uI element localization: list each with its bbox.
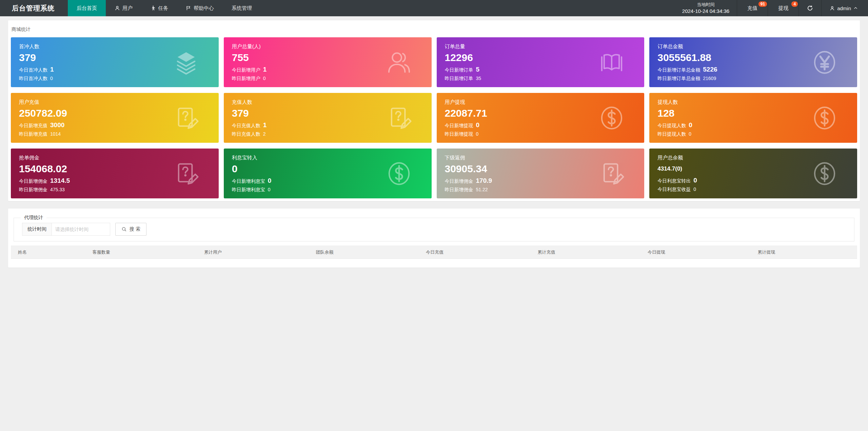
stat-yesterday-value: 21609 xyxy=(703,76,716,81)
user-menu[interactable]: admin xyxy=(822,0,868,16)
agent-stats-title: 代理统计 xyxy=(21,215,46,221)
table-empty-body xyxy=(11,259,857,265)
stat-today-label: 今日新增利息宝 xyxy=(232,178,265,184)
open-book-icon xyxy=(599,50,625,75)
stat-today-label: 今日利息宝转出 xyxy=(657,178,691,184)
stat-yesterday-value: 2 xyxy=(263,131,266,137)
flag-icon xyxy=(186,5,191,11)
stat-yesterday-label: 昨日新增用户 xyxy=(232,76,260,82)
app-brand: 后台管理系统 xyxy=(0,0,68,16)
table-column-header: 团队余额 xyxy=(309,246,419,259)
nav-item[interactable]: 用户 xyxy=(106,0,141,16)
stat-today-value: 1 xyxy=(50,66,54,73)
users-icon xyxy=(386,50,412,75)
stat-yesterday-label: 昨日提现人数 xyxy=(657,131,686,137)
table-column-header: 今日充值 xyxy=(419,246,530,259)
edit-document-icon xyxy=(599,161,625,187)
stat-card: 首冲人数 379 今日首冲人数 1 昨日首冲人数 0 xyxy=(11,37,219,87)
stat-today-label: 今日新增用户 xyxy=(232,67,260,73)
stat-card: 用户提现 22087.71 今日新增提现 0 昨日新增提现 0 xyxy=(437,93,645,143)
user-name: admin xyxy=(837,5,851,11)
stat-card: 充值人数 379 今日充值人数 1 昨日充值人数 2 xyxy=(224,93,432,143)
stat-yesterday-label: 昨日新增订单 xyxy=(445,76,473,82)
navbar-spacer xyxy=(261,0,675,16)
stat-yesterday-label: 昨日新增佣金 xyxy=(19,187,47,193)
stat-card-title: 利息宝转入 xyxy=(232,155,432,161)
nav-item[interactable]: 后台首页 xyxy=(68,0,106,16)
stat-yesterday-label: 昨日新增充值 xyxy=(19,131,47,137)
local-time-label: 当地时间 xyxy=(697,2,714,8)
dollar-circle-icon xyxy=(386,161,412,187)
stat-today-label: 今日新增佣金 xyxy=(19,178,47,184)
top-navbar: 后台管理系统 后台首页 用户 任务 帮助中心 系统管理 当地时间 2024-10… xyxy=(0,0,868,16)
stat-yesterday-label: 昨日新增订单总金额 xyxy=(657,76,700,82)
dollar-circle-icon xyxy=(812,105,837,131)
local-time-value: 2024-10-24 04:34:36 xyxy=(682,8,729,15)
edit-document-icon xyxy=(386,105,412,131)
stat-card-title: 订单总量 xyxy=(445,43,645,50)
stat-yesterday-label: 昨日充值人数 xyxy=(232,131,260,137)
search-button[interactable]: 搜 索 xyxy=(115,223,146,236)
stat-today-value: 5 xyxy=(476,66,480,73)
stat-yesterday-value: 475.33 xyxy=(50,187,65,192)
stat-today-label: 今日新增提现 xyxy=(445,123,473,129)
table-column-header: 姓名 xyxy=(11,246,85,259)
stat-card: 抢单佣金 154068.02 今日新增佣金 1314.5 昨日新增佣金 475.… xyxy=(11,149,219,198)
navbar-right: 当地时间 2024-10-24 04:34:36 充值 91 提现 4 admi xyxy=(675,0,868,16)
nav-item[interactable]: 任务 xyxy=(141,0,177,16)
table-column-header: 累计提现 xyxy=(750,246,857,259)
nav-item[interactable]: 帮助中心 xyxy=(177,0,223,16)
stat-today-label: 今日新增订单 xyxy=(445,67,473,73)
recharge-label: 充值 xyxy=(747,5,757,12)
stat-today-label: 今日新增佣金 xyxy=(445,178,473,184)
table-column-header: 累计充值 xyxy=(531,246,640,259)
mall-stats-title: 商城统计 xyxy=(11,23,857,37)
stat-card: 用户总余额 4314.7(0) 今日利息宝转出 0 今日利息宝收益 0 xyxy=(649,149,857,198)
agent-stats-panel: 代理统计 统计时间 搜 索 姓名客服数量累计用户团队余额今日充值累计充值今日提现… xyxy=(8,209,860,268)
local-time: 当地时间 2024-10-24 04:34:36 xyxy=(675,0,737,16)
user-icon xyxy=(830,6,835,11)
stat-today-value: 0 xyxy=(476,121,480,129)
withdraw-button[interactable]: 提现 4 xyxy=(768,0,798,16)
stat-yesterday-value: 0 xyxy=(476,131,479,137)
dollar-circle-icon xyxy=(812,161,837,187)
agent-stats-fieldset: 代理统计 统计时间 搜 索 xyxy=(14,215,854,241)
edit-document-icon xyxy=(173,105,199,131)
stat-card: 用户充值 250782.09 今日新增充值 3000 昨日新增充值 1014 xyxy=(11,93,219,143)
stat-today-value: 170.9 xyxy=(476,177,492,184)
stat-yesterday-value: 0 xyxy=(50,76,53,81)
stat-today-value: 0 xyxy=(693,177,697,184)
withdraw-label: 提现 xyxy=(778,5,788,12)
recharge-button[interactable]: 充值 91 xyxy=(737,0,768,16)
stat-card-title: 充值人数 xyxy=(232,99,432,105)
stat-yesterday-value: 51.22 xyxy=(476,187,488,192)
stat-card-title: 下级返佣 xyxy=(445,155,645,161)
stat-card: 利息宝转入 0 今日新增利息宝 0 昨日新增利息宝 0 xyxy=(224,149,432,198)
stat-card-title: 提现人数 xyxy=(657,99,857,105)
refresh-icon[interactable] xyxy=(799,0,821,16)
stat-today-label: 今日新增充值 xyxy=(19,123,47,129)
stat-today-label: 今日首冲人数 xyxy=(19,67,47,73)
stat-yesterday-label: 昨日新增佣金 xyxy=(445,187,473,193)
stat-card-title: 用户充值 xyxy=(19,99,219,105)
user-icon xyxy=(115,5,120,11)
stat-time-input[interactable] xyxy=(52,223,110,236)
stat-today-value: 5226 xyxy=(703,66,717,73)
edit-document-icon xyxy=(173,161,199,187)
stat-today-value: 0 xyxy=(268,177,272,184)
stat-time-group: 统计时间 xyxy=(22,223,110,236)
dollar-circle-icon xyxy=(599,105,625,131)
chevron-up-icon xyxy=(853,5,858,11)
mall-stats-panel: 商城统计 首冲人数 379 今日首冲人数 1 昨日首冲人数 0 用户总量(人) … xyxy=(8,20,860,201)
withdraw-badge: 4 xyxy=(791,1,798,7)
walking-person-icon xyxy=(150,5,156,11)
stat-card-title: 用户提现 xyxy=(445,99,645,105)
stat-yesterday-value: 1014 xyxy=(50,131,61,137)
nav-item[interactable]: 系统管理 xyxy=(223,0,261,16)
stat-yesterday-label: 昨日新增利息宝 xyxy=(232,187,265,193)
stat-yesterday-value: 0 xyxy=(268,187,271,192)
stat-today-value: 3000 xyxy=(50,121,64,129)
stat-yesterday-value: 35 xyxy=(476,76,481,81)
stat-today-label: 今日提现人数 xyxy=(657,123,686,129)
stat-today-value: 1 xyxy=(263,121,267,129)
